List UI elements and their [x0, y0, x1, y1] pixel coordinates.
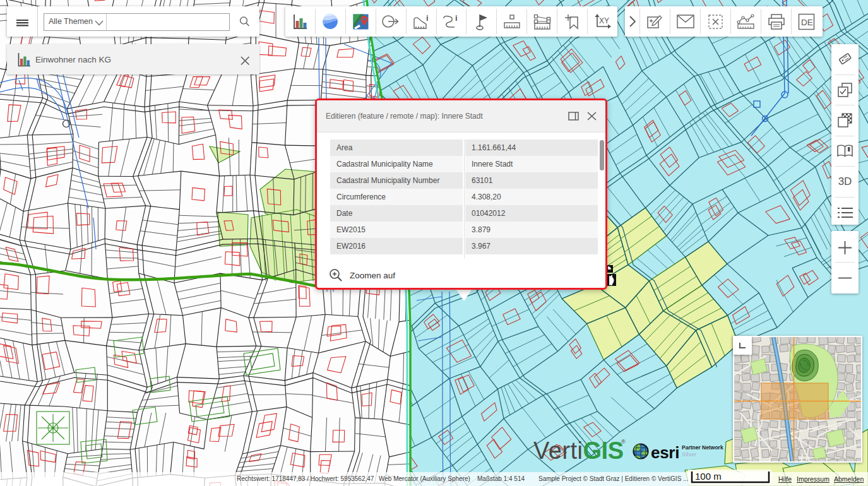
svg-text:VertiGIS: VertiGIS: [533, 437, 624, 464]
svg-text:i: i: [426, 13, 429, 23]
svg-text:esri: esri: [651, 443, 679, 462]
svg-text:DE: DE: [801, 18, 813, 27]
svg-text:i: i: [455, 13, 458, 23]
svg-text:Silver: Silver: [682, 451, 697, 458]
svg-text:Partner Network: Partner Network: [682, 444, 723, 451]
svg-text:®: ®: [621, 439, 626, 445]
